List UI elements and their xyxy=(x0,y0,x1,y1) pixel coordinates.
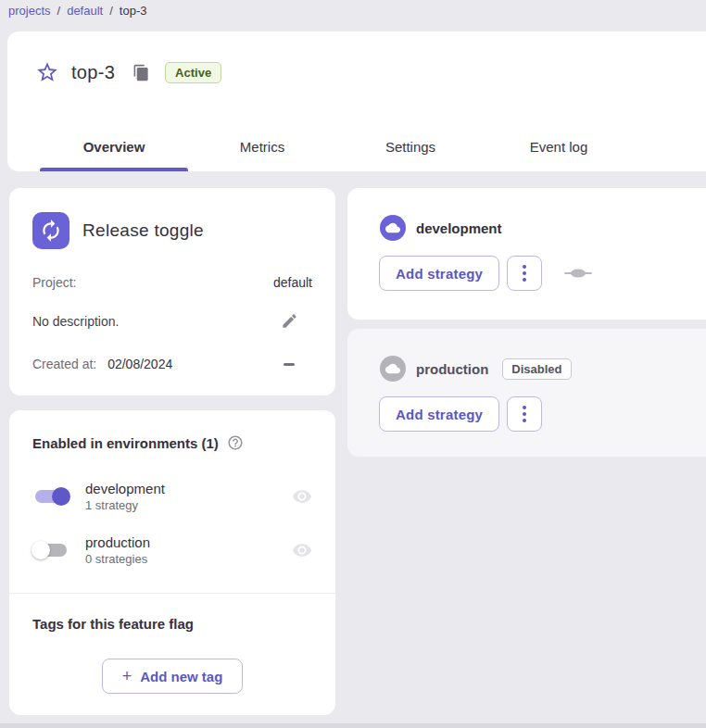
breadcrumb-separator: / xyxy=(57,4,61,18)
page-title: top-3 xyxy=(71,62,115,83)
breadcrumb-link-projects[interactable]: projects xyxy=(8,4,51,18)
project-row: Project: default xyxy=(32,275,312,290)
environment-name: development xyxy=(85,481,279,496)
tab-settings[interactable]: Settings xyxy=(336,121,485,171)
edit-description-icon[interactable] xyxy=(281,312,298,330)
cloud-environment-icon xyxy=(380,215,406,241)
favorite-star-icon[interactable] xyxy=(35,60,59,84)
created-row: Created at: 02/08/2024 xyxy=(32,357,295,371)
panel-environment-name: development xyxy=(416,220,502,236)
description-row: No description. xyxy=(32,312,298,330)
panel-actions: Add strategy xyxy=(379,256,592,291)
breadcrumb: projects / default / top-3 xyxy=(8,4,146,18)
flag-type-row: Release toggle xyxy=(32,212,204,249)
environments-title-row: Enabled in environments (1) xyxy=(32,434,244,451)
tags-title: Tags for this feature flag xyxy=(32,616,194,632)
help-icon[interactable] xyxy=(227,434,244,451)
add-strategy-button[interactable]: Add strategy xyxy=(379,256,499,291)
created-value: 02/08/2024 xyxy=(107,357,172,371)
status-badge: Active xyxy=(165,62,221,83)
production-environment-panel: production Disabled Add strategy xyxy=(347,329,706,457)
add-new-tag-button[interactable]: + Add new tag xyxy=(102,659,243,694)
environment-strategy-count: 0 strategies xyxy=(85,552,279,566)
flag-details-card: Release toggle Project: default No descr… xyxy=(9,188,335,395)
development-toggle[interactable] xyxy=(30,485,72,508)
plus-icon: + xyxy=(122,668,132,684)
environment-row-development: development 1 strategy xyxy=(30,475,312,518)
environment-row-production: production 0 strategies xyxy=(30,529,312,571)
copy-name-icon[interactable] xyxy=(132,63,150,82)
panel-actions: Add strategy xyxy=(379,396,542,432)
description-text: No description. xyxy=(32,314,119,329)
add-new-tag-label: Add new tag xyxy=(140,669,222,684)
strategy-connector-icon xyxy=(564,269,592,278)
environments-title: Enabled in environments (1) xyxy=(32,435,219,451)
project-label: Project: xyxy=(32,275,76,290)
environment-name: production xyxy=(85,534,279,550)
tab-metrics[interactable]: Metrics xyxy=(188,121,336,171)
header-card: top-3 Active Overview Metrics Settings E… xyxy=(7,31,706,171)
breadcrumb-separator: / xyxy=(109,4,113,18)
collapse-minus-icon[interactable] xyxy=(284,363,295,366)
environments-card: Enabled in environments (1) development … xyxy=(9,410,335,715)
development-environment-panel: development Add strategy xyxy=(347,188,706,320)
more-actions-kebab-button[interactable] xyxy=(507,256,542,291)
title-row: top-3 Active xyxy=(35,54,221,91)
feature-flag-overview-page: projects / default / top-3 top-3 Active … xyxy=(0,0,706,728)
more-actions-kebab-button[interactable] xyxy=(507,396,542,432)
project-value: default xyxy=(273,275,312,290)
tab-event-log[interactable]: Event log xyxy=(485,121,633,171)
active-tab-indicator xyxy=(40,168,188,171)
cloud-environment-icon xyxy=(380,356,406,382)
disabled-badge: Disabled xyxy=(502,358,571,380)
visibility-eye-icon[interactable] xyxy=(292,540,312,560)
created-label: Created at: xyxy=(32,357,96,371)
kebab-dots-icon xyxy=(523,265,526,282)
visibility-eye-icon[interactable] xyxy=(292,486,312,507)
bottom-edge-strip xyxy=(0,723,706,728)
breadcrumb-current: top-3 xyxy=(120,4,147,18)
release-toggle-icon xyxy=(32,212,69,249)
add-strategy-button[interactable]: Add strategy xyxy=(379,396,499,432)
kebab-dots-icon xyxy=(523,406,526,422)
panel-header: production Disabled xyxy=(380,356,572,382)
panel-environment-name: production xyxy=(416,361,488,377)
section-divider xyxy=(9,593,335,594)
panel-header: development xyxy=(380,215,502,241)
tab-overview[interactable]: Overview xyxy=(40,121,188,171)
breadcrumb-link-default[interactable]: default xyxy=(67,4,103,18)
flag-type-label: Release toggle xyxy=(82,220,204,241)
environment-strategy-count: 1 strategy xyxy=(85,498,279,512)
tab-bar: Overview Metrics Settings Event log xyxy=(40,121,633,171)
production-toggle[interactable] xyxy=(30,539,72,561)
